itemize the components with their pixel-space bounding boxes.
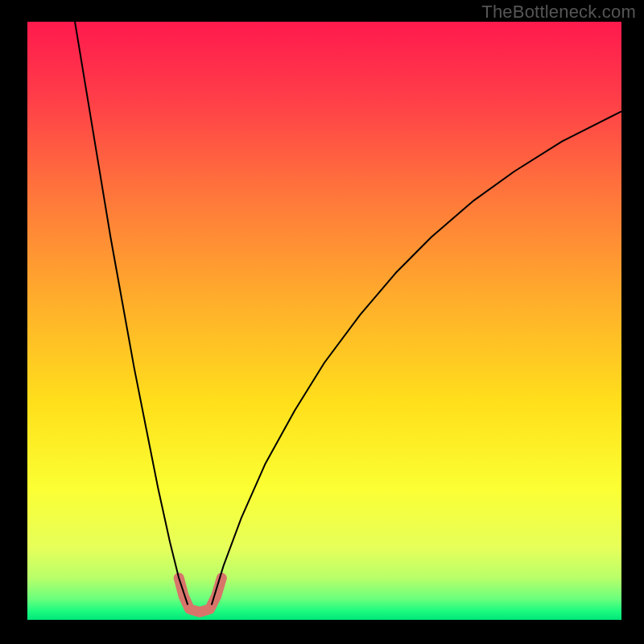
watermark-text: TheBottleneck.com [481,2,636,23]
gradient-background [27,22,621,620]
chart-frame: TheBottleneck.com [0,0,644,644]
plot-area [27,22,621,620]
chart-svg [27,22,621,620]
